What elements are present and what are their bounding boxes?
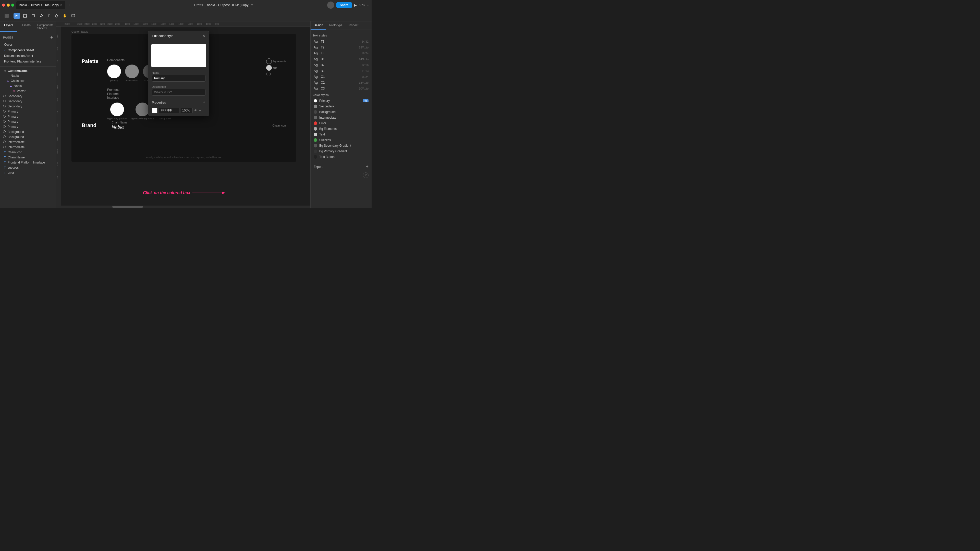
color-style-background[interactable]: Background bbox=[313, 109, 369, 115]
comment-tool-button[interactable] bbox=[70, 13, 76, 19]
color-style-secondary[interactable]: Secondary bbox=[313, 103, 369, 109]
minimize-window-button[interactable] bbox=[6, 3, 10, 6]
active-tab[interactable]: nabla - Outpost UI Kit (Copy) ✕ bbox=[16, 1, 65, 9]
ts-size-b3: 11/13 bbox=[361, 69, 369, 73]
user-avatar[interactable] bbox=[327, 2, 334, 9]
color-style-bg-elements[interactable]: Bg Elements bbox=[313, 126, 369, 132]
play-button[interactable]: ▶ bbox=[354, 3, 357, 7]
color-style-text[interactable]: Text bbox=[313, 132, 369, 137]
layer-primary-4[interactable]: Primary bbox=[1, 124, 55, 129]
swatch-circle-intermediate[interactable] bbox=[125, 65, 139, 78]
swatch-intermediate[interactable]: intermediate bbox=[125, 65, 139, 82]
layer-secondary-1[interactable]: Secondary bbox=[1, 94, 55, 99]
text-style-t3[interactable]: Ag T3 16/24 bbox=[313, 50, 369, 56]
text-tool-button[interactable]: T bbox=[46, 13, 52, 19]
swatch-circle-primary[interactable] bbox=[107, 65, 121, 78]
layer-intermediate-2[interactable]: Intermediate bbox=[1, 144, 55, 150]
text-style-b3[interactable]: Ag B3 11/13 bbox=[313, 68, 369, 74]
text-style-b2[interactable]: Ag B2 12/16 bbox=[313, 62, 369, 68]
dialog-desc-input[interactable] bbox=[152, 89, 205, 96]
layers-tab[interactable]: Layers bbox=[0, 21, 18, 32]
layer-nabla-text[interactable]: T Nabla bbox=[1, 73, 55, 78]
export-add-button[interactable]: + bbox=[366, 164, 369, 169]
color-style-bg-primary-gradient[interactable]: Bg Primary Gradient bbox=[313, 148, 369, 154]
text-style-b1[interactable]: Ag B1 14/Auto bbox=[313, 56, 369, 62]
layer-secondary-2[interactable]: Secondary bbox=[1, 99, 55, 104]
close-window-button[interactable] bbox=[2, 3, 5, 6]
layer-frontend-text[interactable]: T Frontend Platform Interface bbox=[1, 160, 55, 165]
text-style-c2[interactable]: Ag C2 12/Auto bbox=[313, 79, 369, 86]
hex-input[interactable] bbox=[159, 108, 180, 113]
fp-swatch-1[interactable]: bg primary gradient bbox=[107, 103, 127, 120]
layer-nabla-component[interactable]: ◆ Nabla bbox=[1, 83, 55, 89]
frame-tool-button[interactable] bbox=[22, 13, 28, 19]
assets-tab[interactable]: Assets bbox=[18, 21, 35, 32]
breadcrumb-drafts[interactable]: Drafts bbox=[194, 3, 203, 7]
scrollbar-thumb[interactable] bbox=[112, 206, 143, 208]
layer-vector[interactable]: ▽ Vector bbox=[1, 89, 55, 94]
maximize-window-button[interactable] bbox=[11, 3, 14, 6]
dialog-name-input[interactable] bbox=[152, 75, 205, 82]
text-style-t2[interactable]: Ag T2 18/Auto bbox=[313, 44, 369, 50]
design-tab[interactable]: Design bbox=[310, 21, 326, 30]
figma-menu-button[interactable]: F bbox=[3, 13, 10, 19]
components-sheet-label[interactable]: Components Sheet ▾ bbox=[35, 21, 56, 32]
page-cover[interactable]: Cover bbox=[2, 42, 54, 48]
breadcrumb-file[interactable]: nabla - Outpost UI Kit (Copy) bbox=[207, 3, 250, 7]
ruler-mark: -1300 bbox=[178, 23, 183, 25]
color-style-error[interactable]: Error bbox=[313, 121, 369, 126]
color-style-intermediate[interactable]: Intermediate bbox=[313, 115, 369, 121]
swatch-primary[interactable]: primary bbox=[107, 65, 121, 82]
color-style-primary[interactable]: Primary bbox=[313, 98, 369, 103]
layer-chain-icon[interactable]: ◈ Chain Icon bbox=[1, 78, 55, 83]
text-style-c3[interactable]: Ag C3 10/Auto bbox=[313, 86, 369, 91]
fp-circle-2[interactable] bbox=[135, 103, 149, 116]
layer-background-1[interactable]: Background bbox=[1, 129, 55, 135]
layer-success[interactable]: T success bbox=[1, 165, 55, 170]
shape-tool-button[interactable] bbox=[30, 13, 37, 19]
prototype-tab[interactable]: Prototype bbox=[326, 21, 345, 30]
help-button[interactable]: ? bbox=[363, 172, 369, 178]
remove-color-button[interactable]: − bbox=[199, 108, 201, 113]
pen-tool-button[interactable] bbox=[38, 13, 45, 19]
horizontal-scrollbar[interactable] bbox=[61, 206, 310, 208]
page-documentation[interactable]: Documentation Asset bbox=[2, 53, 54, 59]
hand-tool-button[interactable]: ✋ bbox=[61, 13, 68, 19]
breadcrumb-chevron[interactable]: ▾ bbox=[251, 3, 253, 7]
add-page-button[interactable]: + bbox=[50, 35, 53, 40]
fp-circle-1[interactable] bbox=[110, 103, 124, 116]
color-style-text-button[interactable]: Text Button bbox=[313, 154, 369, 160]
inspect-tab[interactable]: Inspect bbox=[345, 21, 362, 30]
layer-chain-icon-text[interactable]: T Chain Icon bbox=[1, 150, 55, 155]
page-components-sheet[interactable]: ✓ Components Sheet bbox=[2, 48, 54, 53]
tab-close-button[interactable]: ✕ bbox=[60, 3, 62, 6]
layer-chain-name[interactable]: T Chain Name bbox=[1, 155, 55, 160]
layer-primary-3[interactable]: Primary bbox=[1, 119, 55, 124]
ts-ag-t3: Ag bbox=[313, 51, 319, 55]
layer-error[interactable]: T error bbox=[1, 170, 55, 175]
dialog-close-button[interactable]: ✕ bbox=[202, 33, 205, 38]
new-tab-button[interactable]: + bbox=[66, 3, 72, 7]
dialog-props-add-button[interactable]: + bbox=[203, 100, 205, 105]
color-preview-box[interactable] bbox=[151, 44, 206, 67]
color-value-box[interactable] bbox=[152, 108, 158, 113]
visibility-toggle-button[interactable]: 👁 bbox=[194, 109, 197, 112]
share-button[interactable]: Share bbox=[336, 2, 352, 8]
circle-icon-9 bbox=[3, 135, 6, 139]
page-frontend[interactable]: Frontend Platform Interface bbox=[2, 59, 54, 64]
layer-customizable[interactable]: ⊞ Customizable bbox=[1, 68, 55, 73]
layer-intermediate-1[interactable]: Intermediate bbox=[1, 140, 55, 144]
layer-primary-2[interactable]: Primary bbox=[1, 114, 55, 119]
zoom-level[interactable]: 63% bbox=[359, 3, 365, 7]
text-style-c1[interactable]: Ag C1 15/24 bbox=[313, 74, 369, 79]
more-options-button[interactable]: ··· bbox=[367, 3, 369, 7]
text-style-t1[interactable]: Ag T1 24/32 bbox=[313, 38, 369, 44]
select-tool-button[interactable] bbox=[14, 13, 20, 19]
component-tool-button[interactable] bbox=[53, 13, 60, 19]
opacity-input[interactable] bbox=[181, 108, 192, 113]
color-style-success[interactable]: Success bbox=[313, 137, 369, 143]
layer-secondary-3[interactable]: Secondary bbox=[1, 104, 55, 109]
color-style-bg-secondary-gradient[interactable]: Bg Secondary Gradient bbox=[313, 143, 369, 148]
layer-background-2[interactable]: Background bbox=[1, 135, 55, 140]
layer-primary-1[interactable]: Primary bbox=[1, 109, 55, 114]
